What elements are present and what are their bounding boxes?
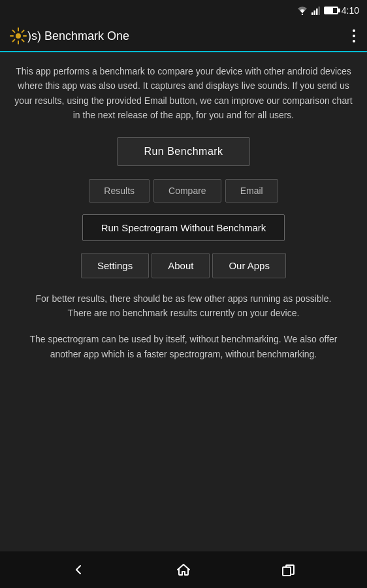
svg-rect-14	[283, 567, 291, 576]
spectrogram-button[interactable]: Run Spectrogram Without Benchmark	[82, 214, 285, 241]
back-icon	[71, 562, 86, 578]
svg-line-12	[22, 31, 24, 33]
run-benchmark-button[interactable]: Run Benchmark	[117, 137, 249, 166]
svg-rect-3	[316, 8, 318, 15]
svg-rect-2	[313, 10, 315, 15]
about-button[interactable]: About	[152, 253, 210, 278]
secondary-buttons-group: Results Compare Email	[89, 179, 278, 203]
home-icon	[176, 562, 191, 578]
signal-icon	[311, 6, 321, 15]
nav-bar	[0, 551, 367, 588]
main-content: This app performs a benchmark to compare…	[0, 52, 367, 551]
back-button[interactable]	[65, 557, 91, 583]
app-title: )s) Benchmark One	[27, 29, 350, 43]
svg-rect-1	[311, 12, 313, 15]
info-text-2: The spectrogram can be used by itself, w…	[10, 332, 357, 361]
description-text: This app performs a benchmark to compare…	[10, 64, 357, 123]
title-bar: )s) Benchmark One	[0, 21, 367, 52]
compare-button[interactable]: Compare	[153, 179, 221, 203]
our-apps-button[interactable]: Our Apps	[212, 253, 286, 278]
recent-apps-icon	[281, 562, 296, 578]
action-buttons-group: Settings About Our Apps	[80, 253, 287, 278]
app-icon	[9, 27, 27, 45]
recent-apps-button[interactable]	[276, 557, 302, 583]
svg-line-11	[22, 40, 24, 42]
status-bar: 4:10	[0, 0, 367, 21]
results-button[interactable]: Results	[89, 179, 150, 203]
status-time: 4:10	[342, 5, 359, 16]
svg-line-10	[13, 31, 15, 33]
info-text-1: For better results, there should be as f…	[32, 291, 336, 321]
svg-point-5	[16, 33, 21, 39]
battery-icon	[324, 7, 338, 14]
svg-line-13	[13, 40, 15, 42]
wifi-icon	[296, 6, 308, 15]
menu-button[interactable]	[350, 27, 358, 45]
settings-button[interactable]: Settings	[81, 253, 149, 278]
svg-rect-4	[318, 7, 320, 15]
home-button[interactable]	[170, 557, 197, 583]
status-icons: 4:10	[296, 5, 359, 16]
email-button[interactable]: Email	[225, 179, 278, 203]
svg-point-0	[302, 14, 303, 15]
